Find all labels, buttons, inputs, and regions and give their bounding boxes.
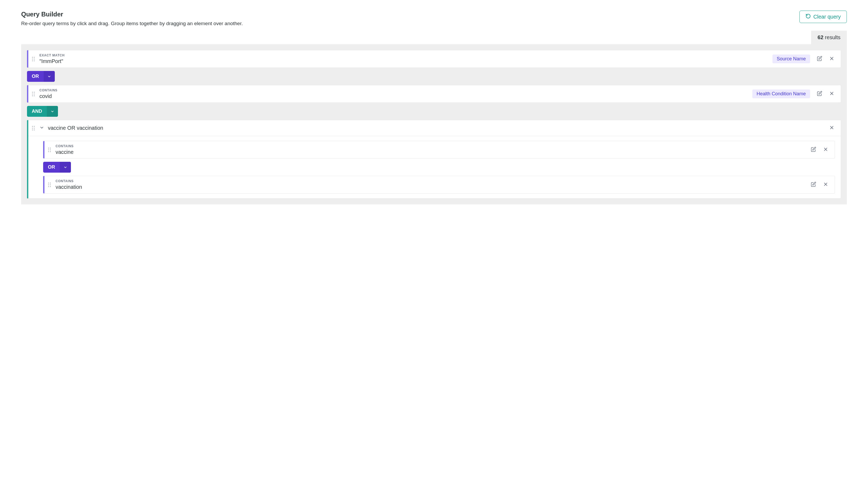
close-icon (823, 147, 828, 153)
group-body: CONTAINS vaccine OR (28, 136, 841, 198)
svg-point-29 (50, 151, 51, 152)
svg-point-11 (34, 93, 35, 94)
query-term[interactable]: EXACT MATCH "ImmPort" Source Name (27, 50, 841, 68)
svg-point-16 (32, 126, 33, 126)
field-tag: Source Name (772, 55, 810, 63)
svg-point-4 (32, 60, 33, 61)
close-icon (823, 182, 828, 188)
undo-icon (806, 13, 811, 20)
svg-point-3 (34, 59, 35, 59)
edit-icon (817, 91, 822, 97)
svg-point-36 (48, 186, 49, 187)
chevron-down-icon (47, 106, 58, 117)
edit-term-button[interactable] (809, 180, 818, 189)
svg-point-0 (32, 57, 33, 57)
svg-point-17 (34, 126, 35, 126)
term-value: "ImmPort" (39, 58, 769, 64)
drag-handle-icon[interactable] (31, 92, 36, 96)
svg-point-19 (34, 128, 35, 128)
edit-term-button[interactable] (815, 89, 824, 98)
clear-query-button[interactable]: Clear query (800, 10, 847, 23)
close-icon (829, 125, 834, 131)
operator-label: OR (43, 162, 60, 173)
svg-point-34 (48, 184, 49, 185)
drag-handle-icon[interactable] (31, 57, 36, 61)
clear-query-label: Clear query (813, 14, 841, 20)
group-summary: vaccine OR vaccination (48, 125, 825, 131)
operator-or-dropdown[interactable]: OR (27, 71, 55, 82)
operator-and-dropdown[interactable]: AND (27, 106, 58, 117)
remove-term-button[interactable] (822, 145, 830, 154)
term-value: covid (39, 93, 749, 99)
drag-handle-icon[interactable] (47, 148, 52, 152)
query-canvas: EXACT MATCH "ImmPort" Source Name OR CON… (21, 44, 847, 204)
edit-term-button[interactable] (815, 54, 824, 64)
edit-icon (811, 147, 816, 153)
results-count: 62 (817, 34, 823, 40)
svg-point-37 (50, 186, 51, 187)
drag-handle-icon[interactable] (47, 182, 52, 187)
svg-point-5 (34, 60, 35, 61)
group-header[interactable]: vaccine OR vaccination (28, 120, 841, 136)
field-tag: Health Condition Name (752, 90, 810, 98)
results-label: results (825, 34, 840, 40)
svg-point-24 (48, 148, 49, 148)
remove-term-button[interactable] (828, 54, 836, 64)
svg-point-28 (48, 151, 49, 152)
svg-point-21 (34, 129, 35, 130)
svg-point-13 (34, 95, 35, 96)
remove-term-button[interactable] (828, 89, 836, 98)
svg-point-9 (34, 92, 35, 92)
svg-point-27 (50, 149, 51, 150)
query-term[interactable]: CONTAINS vaccination (43, 176, 835, 193)
term-value: vaccine (56, 149, 806, 155)
drag-handle-icon[interactable] (31, 126, 36, 130)
match-type-label: CONTAINS (39, 88, 749, 92)
svg-point-25 (50, 148, 51, 148)
svg-point-10 (32, 93, 33, 94)
close-icon (829, 56, 834, 62)
svg-point-2 (32, 59, 33, 59)
remove-term-button[interactable] (822, 180, 830, 189)
svg-point-26 (48, 149, 49, 150)
remove-group-button[interactable] (828, 123, 836, 133)
svg-point-12 (32, 95, 33, 96)
results-bar: 62 results (21, 31, 847, 44)
operator-label: OR (27, 71, 44, 82)
query-group[interactable]: vaccine OR vaccination CONTAINS vaccine (27, 120, 841, 199)
page-title: Query Builder (21, 10, 800, 18)
edit-icon (811, 182, 816, 188)
svg-point-35 (50, 184, 51, 185)
chevron-down-icon (60, 162, 71, 173)
results-count-pill: 62 results (811, 31, 847, 44)
svg-point-20 (32, 129, 33, 130)
chevron-down-icon (39, 125, 44, 131)
svg-point-18 (32, 128, 33, 128)
operator-or-dropdown[interactable]: OR (43, 162, 71, 173)
page-subtitle: Re-order query terms by click and drag. … (21, 21, 800, 27)
chevron-down-icon (44, 71, 55, 82)
edit-term-button[interactable] (809, 145, 818, 154)
query-term[interactable]: CONTAINS vaccine (43, 141, 835, 159)
query-term[interactable]: CONTAINS covid Health Condition Name (27, 85, 841, 103)
svg-point-1 (34, 57, 35, 57)
edit-icon (817, 56, 822, 62)
term-value: vaccination (56, 184, 806, 190)
collapse-group-button[interactable] (38, 124, 45, 132)
svg-point-32 (48, 182, 49, 183)
operator-label: AND (27, 106, 47, 117)
close-icon (829, 91, 834, 97)
svg-point-8 (32, 92, 33, 92)
match-type-label: CONTAINS (56, 144, 806, 148)
match-type-label: CONTAINS (56, 179, 806, 183)
svg-point-33 (50, 182, 51, 183)
match-type-label: EXACT MATCH (39, 54, 769, 57)
